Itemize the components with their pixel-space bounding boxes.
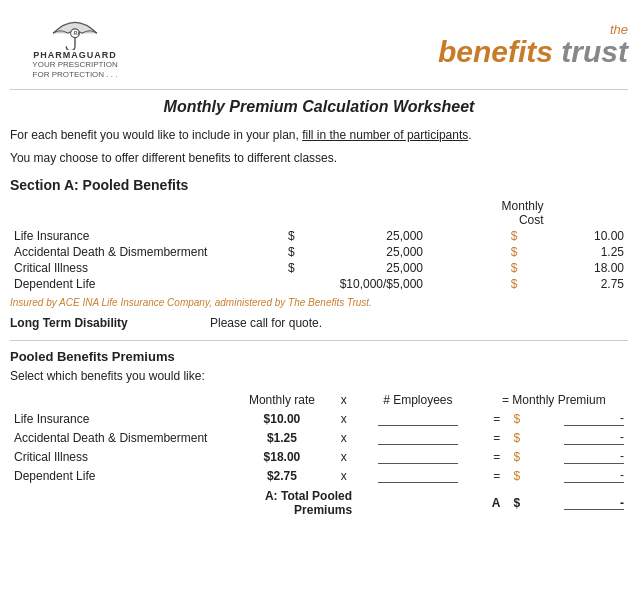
dollar-sign: $ (278, 260, 305, 276)
svg-text:Rx: Rx (74, 30, 81, 36)
premium-value-cell: - (529, 409, 628, 428)
header-divider (10, 89, 628, 90)
monthly-cost-value: 18.00 (548, 260, 628, 276)
trust-word: trust (561, 35, 628, 68)
intro-line1-fill: fill in the number of participants (302, 128, 468, 142)
col-employees-header: # Employees (356, 391, 480, 409)
header: Rx PHARMAGUARD YOUR PRESCRIPTIONFOR PROT… (10, 10, 628, 79)
monthly-dollar-sign: $ (481, 276, 548, 292)
dollar-sign: $ (278, 228, 305, 244)
monthly-dollar-sign: $ (481, 244, 548, 260)
x-symbol: x (331, 409, 356, 428)
ltd-row: Long Term Disability Please call for quo… (10, 316, 628, 330)
pharmaguard-logo: Rx PHARMAGUARD YOUR PRESCRIPTIONFOR PROT… (10, 10, 140, 79)
intro-line1-pre: For each benefit you would like to inclu… (10, 128, 302, 142)
benefit-amount: $10,000/$5,000 (305, 276, 427, 292)
umbrella-icon: Rx (45, 10, 105, 50)
intro-line2: You may choose to offer different benefi… (10, 149, 628, 167)
col-monthly-cost-header: Monthly Cost (481, 198, 548, 228)
premium-benefit-label: Dependent Life (10, 466, 232, 485)
premium-rate: $18.00 (232, 447, 331, 466)
employees-input[interactable] (378, 430, 458, 445)
premium-dollar-sign: $ (504, 428, 529, 447)
total-label: A: Total Pooled Premiums (232, 485, 356, 519)
premium-value-cell: - (529, 466, 628, 485)
insured-note: Insured by ACE INA Life Insurance Compan… (10, 297, 628, 308)
eq-symbol: = (480, 428, 505, 447)
monthly-cost-value: 1.25 (548, 244, 628, 260)
ltd-value: Please call for quote. (210, 316, 322, 330)
benefit-amount: 25,000 (305, 228, 427, 244)
table-row: Accidental Death & Dismemberment $ 25,00… (10, 244, 628, 260)
eq-symbol: = (480, 447, 505, 466)
pharmaguard-name: PHARMAGUARD (33, 50, 117, 60)
benefit-amount: 25,000 (305, 260, 427, 276)
table-row: Dependent Life $10,000/$5,000 $ 2.75 (10, 276, 628, 292)
employees-input-cell[interactable] (356, 447, 480, 466)
premium-value-cell: - (529, 447, 628, 466)
table-row: Accidental Death & Dismemberment $1.25 x… (10, 428, 628, 447)
benefit-amount: 25,000 (305, 244, 427, 260)
employees-input-cell[interactable] (356, 428, 480, 447)
employees-input[interactable] (378, 449, 458, 464)
x-symbol: x (331, 447, 356, 466)
premium-benefit-label: Critical Illness (10, 447, 232, 466)
pharmaguard-tagline: YOUR PRESCRIPTIONFOR PROTECTION . . . (32, 60, 117, 79)
premium-benefit-label: Life Insurance (10, 409, 232, 428)
table-row: Critical Illness $18.00 x = $ - (10, 447, 628, 466)
premium-rate: $1.25 (232, 428, 331, 447)
table-row: Life Insurance $ 25,000 $ 10.00 (10, 228, 628, 244)
intro-line1: For each benefit you would like to inclu… (10, 126, 628, 144)
section-divider (10, 340, 628, 341)
benefit-label: Life Insurance (10, 228, 278, 244)
total-premium-input: - (564, 496, 624, 510)
monthly-cost-value: 2.75 (548, 276, 628, 292)
monthly-dollar-sign: $ (481, 228, 548, 244)
select-text: Select which benefits you would like: (10, 369, 628, 383)
benefits-trust-logo: the benefits trust (438, 22, 628, 67)
employees-input[interactable] (378, 468, 458, 483)
table-row: Dependent Life $2.75 x = $ - (10, 466, 628, 485)
benefit-label: Accidental Death & Dismemberment (10, 244, 278, 260)
employees-input-cell[interactable] (356, 466, 480, 485)
table-row: Critical Illness $ 25,000 $ 18.00 (10, 260, 628, 276)
dollar-sign: $ (278, 244, 305, 260)
benefits-trust-main: benefits trust (438, 37, 628, 67)
premiums-table: Monthly rate x # Employees = Monthly Pre… (10, 391, 628, 519)
benefits-word: benefits (438, 35, 553, 68)
premium-rate: $10.00 (232, 409, 331, 428)
eq-symbol: = (480, 466, 505, 485)
employees-input-cell[interactable] (356, 409, 480, 428)
premium-benefit-label: Accidental Death & Dismemberment (10, 428, 232, 447)
col-x-header: x (331, 391, 356, 409)
monthly-dollar-sign: $ (481, 260, 548, 276)
benefit-label: Critical Illness (10, 260, 278, 276)
total-row: A: Total Pooled Premiums A $ - (10, 485, 628, 519)
employees-input[interactable] (378, 411, 458, 426)
premium-dollar-sign: $ (504, 447, 529, 466)
table-row: Life Insurance $10.00 x = $ - (10, 409, 628, 428)
dollar-sign (278, 276, 305, 292)
monthly-cost-value: 10.00 (548, 228, 628, 244)
section-a-table: Monthly Cost Life Insurance $ 25,000 $ 1… (10, 198, 628, 292)
benefit-label: Dependent Life (10, 276, 278, 292)
eq-symbol: = (480, 409, 505, 428)
section-a-heading: Section A: Pooled Benefits (10, 177, 628, 193)
premium-dollar-sign: $ (504, 466, 529, 485)
x-symbol: x (331, 466, 356, 485)
col-benefit-label (10, 198, 278, 228)
pooled-premiums-heading: Pooled Benefits Premiums (10, 349, 628, 364)
premium-rate: $2.75 (232, 466, 331, 485)
premium-value-cell: - (529, 428, 628, 447)
x-symbol: x (331, 428, 356, 447)
page-title: Monthly Premium Calculation Worksheet (10, 98, 628, 116)
premium-dollar-sign: $ (504, 409, 529, 428)
total-a-label: A (480, 485, 505, 519)
col-eq-header: = Monthly Premium (480, 391, 628, 409)
ltd-label: Long Term Disability (10, 316, 210, 330)
intro-line1-post: . (468, 128, 471, 142)
col-monthly-rate-header: Monthly rate (232, 391, 331, 409)
